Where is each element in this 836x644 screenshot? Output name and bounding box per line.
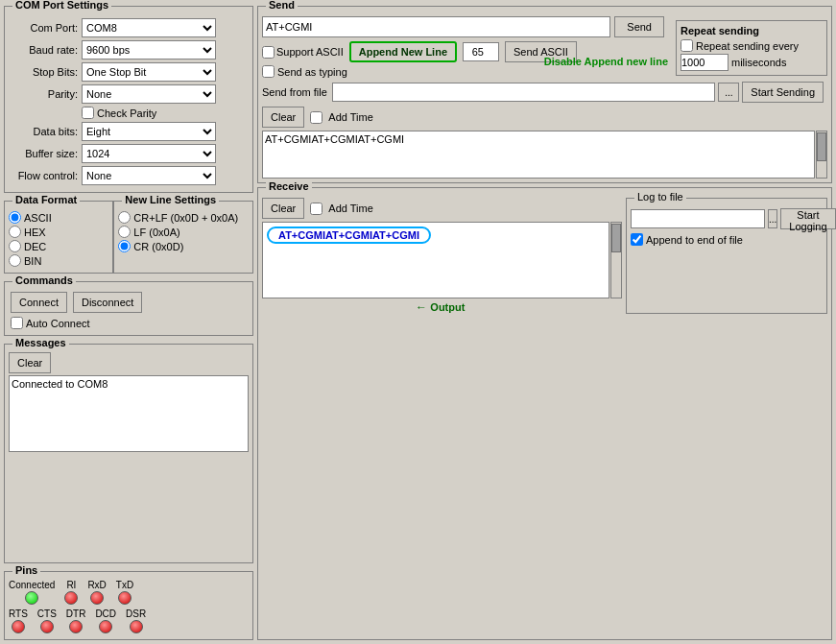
connect-button[interactable]: Connect — [11, 292, 67, 313]
repeat-value-input[interactable] — [681, 54, 729, 71]
send-clear-row: Clear Add Time — [262, 107, 827, 128]
dec-label: DEC — [24, 241, 46, 252]
repeat-sending-row: Repeat sending every — [681, 39, 823, 52]
parity-label: Parity: — [9, 88, 78, 100]
stop-bits-select[interactable]: One Stop Bit — [82, 62, 216, 82]
pin-rts-label: RTS — [9, 608, 28, 619]
data-bits-select[interactable]: Eight — [82, 122, 216, 141]
bin-label: BIN — [24, 255, 41, 267]
pins-box: Pins Connected RI RxD TxD — [4, 571, 253, 640]
bin-radio[interactable] — [9, 254, 21, 267]
receive-clear-row: Clear Add Time — [262, 198, 622, 219]
dec-radio[interactable] — [9, 240, 21, 252]
pin-cts-led — [40, 620, 54, 633]
pin-txd-label: TxD — [116, 580, 133, 590]
support-ascii-label: Support ASCII — [276, 46, 344, 58]
com-port-select[interactable]: COM8 — [82, 18, 216, 37]
baud-rate-select[interactable]: 9600 bps — [82, 40, 216, 60]
support-ascii-checkbox[interactable] — [262, 46, 275, 59]
receive-clear-button[interactable]: Clear — [262, 198, 304, 219]
ascii-radio-row: ASCII — [9, 211, 108, 224]
send-scrollbar-thumb — [817, 132, 826, 161]
append-to-file-checkbox[interactable] — [631, 233, 643, 246]
new-line-title: New Line Settings — [122, 194, 219, 205]
bin-radio-row: BIN — [9, 254, 108, 267]
crlf-label: CR+LF (0x0D + 0x0A) — [133, 212, 238, 224]
crlf-radio[interactable] — [118, 211, 131, 224]
check-parity-checkbox[interactable] — [82, 107, 94, 119]
pin-dsr-label: DSR — [126, 608, 146, 619]
log-to-file-box: Log to file ... Start Logging Append to … — [626, 198, 827, 314]
commands-buttons: Connect Disconnect — [11, 292, 247, 313]
buffer-size-row: Buffer size: 1024 — [9, 144, 249, 163]
send-file-browse-button[interactable]: ... — [718, 83, 739, 102]
pin-dtr-led — [69, 620, 83, 633]
send-as-typing-checkbox[interactable] — [262, 65, 275, 78]
cr-label: CR (0x0D) — [133, 241, 183, 252]
messages-title: Messages — [12, 337, 69, 348]
com-port-settings-box: COM Port Settings Com Port: COM8 Baud ra… — [4, 6, 253, 193]
dec-radio-row: DEC — [9, 240, 108, 252]
send-from-file-label: Send from file — [262, 86, 327, 98]
flow-control-select[interactable]: None — [82, 166, 216, 185]
pin-dsr: DSR — [126, 608, 146, 633]
log-to-file-title: Log to file — [634, 191, 686, 203]
messages-box: Messages Clear Connected to COM8 — [4, 344, 253, 563]
new-line-box: New Line Settings CR+LF (0x0D + 0x0A) LF… — [113, 201, 253, 274]
log-file-input[interactable] — [631, 209, 765, 228]
ascii-radio[interactable] — [9, 211, 21, 224]
pin-connected-led — [25, 591, 38, 605]
log-file-input-row: ... Start Logging — [631, 208, 823, 229]
baud-rate-row: Baud rate: 9600 bps — [9, 40, 249, 60]
log-file-browse-button[interactable]: ... — [768, 209, 777, 228]
cr-radio[interactable] — [118, 240, 131, 252]
messages-clear-button[interactable]: Clear — [9, 352, 51, 373]
receive-scrollbar[interactable] — [610, 222, 622, 298]
com-port-settings-title: COM Port Settings — [12, 0, 111, 11]
pin-ri: RI — [64, 580, 78, 605]
parity-select[interactable]: None — [82, 84, 216, 104]
receive-add-time-label: Add Time — [328, 203, 372, 214]
flow-control-row: Flow control: None — [9, 166, 249, 185]
append-to-file-row: Append to end of file — [631, 233, 823, 246]
start-sending-button[interactable]: Start Sending — [742, 82, 824, 103]
com-port-label: Com Port: — [9, 22, 78, 34]
receive-output-highlight: AT+CGMIAT+CGMIAT+CGMI — [267, 227, 431, 244]
lf-radio-row: LF (0x0A) — [118, 226, 249, 238]
append-new-line-button[interactable]: Append New Line — [349, 41, 457, 62]
auto-connect-checkbox[interactable] — [11, 317, 23, 329]
send-scrollbar[interactable] — [816, 131, 827, 179]
pin-txd-led — [118, 591, 131, 605]
stop-bits-row: Stop Bits: One Stop Bit — [9, 62, 249, 82]
repeat-value-row: miliseconds — [681, 54, 823, 71]
receive-top-row: Clear Add Time AT+CGMIAT+CGMIAT+CGMI — [262, 198, 827, 314]
num-value-input[interactable] — [463, 42, 499, 61]
start-logging-button[interactable]: Start Logging — [780, 208, 835, 229]
send-input[interactable] — [262, 16, 610, 37]
disconnect-button[interactable]: Disconnect — [73, 292, 142, 313]
send-clear-button[interactable]: Clear — [262, 107, 304, 128]
receive-box: Receive Clear Add Time AT+CGMIAT+CGMIAT+… — [257, 187, 832, 640]
send-from-file-input[interactable] — [332, 83, 715, 102]
add-time-label: Add Time — [328, 111, 372, 123]
hex-label: HEX — [24, 227, 46, 238]
support-ascii-check-group: Support ASCII — [262, 46, 344, 59]
hex-radio[interactable] — [9, 226, 21, 238]
send-button[interactable]: Send — [614, 16, 664, 37]
pin-rts-led — [12, 620, 25, 633]
receive-add-time-checkbox[interactable] — [310, 203, 322, 215]
add-time-checkbox[interactable] — [310, 111, 322, 124]
messages-content-area: Connected to COM8 — [9, 375, 249, 452]
pin-cts: CTS — [37, 608, 57, 633]
send-ascii-button[interactable]: Send ASCII — [505, 41, 577, 62]
pin-cts-label: CTS — [37, 608, 57, 619]
repeat-sending-checkbox[interactable] — [681, 39, 693, 52]
pin-ri-label: RI — [66, 580, 76, 590]
pin-dsr-led — [130, 620, 143, 633]
buffer-size-select[interactable]: 1024 — [82, 144, 216, 163]
lf-radio[interactable] — [118, 226, 131, 238]
receive-left: Clear Add Time AT+CGMIAT+CGMIAT+CGMI — [262, 198, 622, 314]
check-parity-row: Check Parity — [82, 107, 249, 119]
ascii-label: ASCII — [24, 212, 52, 224]
pin-rxd: RxD — [87, 580, 106, 605]
